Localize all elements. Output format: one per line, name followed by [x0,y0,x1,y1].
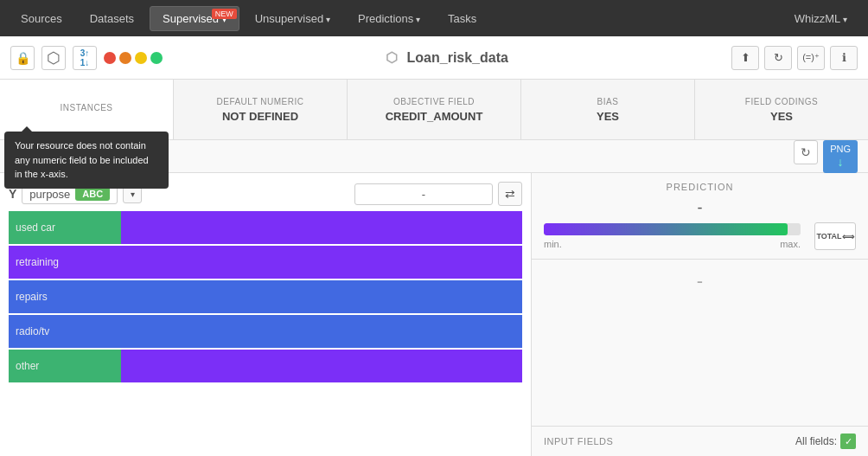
bias-value: YES [597,110,619,123]
field-codings-label: FIELD CODINGS [745,97,818,106]
chart-row-other: other [9,350,522,382]
download-arrow-icon: ↓ [838,155,844,170]
default-numeric-value: NOT DEFINED [222,110,298,123]
all-fields-row: All fields: ✓ [795,434,856,449]
nav-predictions[interactable]: Predictions [346,7,432,30]
all-fields-text: All fields: [795,435,837,447]
x-axis-input[interactable] [354,183,493,205]
nav-unsupervised[interactable]: Unsupervised [243,7,342,30]
total-icon: ⟺ [842,232,854,241]
objective-field-label: OBJECTIVE FIELD [393,97,475,106]
prediction-row: min. max. TOTAL ⟺ [544,222,856,250]
bias-label: BIAS [597,97,619,106]
progress-labels: min. max. [544,239,801,249]
prediction-dash: - [544,199,856,217]
dot-orange [119,52,131,64]
default-numeric-panel: DEFAULT NUMERIC NOT DEFINED [174,80,348,139]
main-content: Y purpose ABC ▾ ⇄ used car retraining [0,173,868,456]
all-fields-checkbox[interactable]: ✓ [840,434,856,449]
right-panel: PREDICTION - min. max. TOTAL ⟺ [531,173,868,456]
nav-user[interactable]: WhizzML [782,7,859,30]
nav-supervised[interactable]: Supervised NEW [150,6,239,31]
prediction-result: - [697,270,703,292]
row-label-radiotv: radio/tv [9,315,121,348]
top-navigation: Sources Datasets Supervised NEW Unsuperv… [0,0,868,36]
nav-tasks[interactable]: Tasks [436,7,488,30]
input-fields-section: INPUT FIELDS All fields: ✓ [532,426,868,456]
toolbar-right-icons: ⬆ ↻ (=)⁺ ℹ [731,46,858,70]
number-badge-icon[interactable]: 3↑1↓ [73,46,97,70]
objective-field-panel: OBJECTIVE FIELD CREDIT_AMOUNT [348,80,521,139]
upload-btn[interactable]: ⬆ [731,46,759,70]
row-label-repairs: repairs [9,280,121,313]
swap-axes-btn[interactable]: ⇄ [498,182,522,206]
row-label-other: other [9,350,121,382]
status-dots [104,52,163,64]
dot-yellow [135,52,147,64]
toolbar-title: ⬡ Loan_risk_data [169,49,724,66]
title-icon: ⬡ [386,50,398,65]
bias-panel: BIAS YES [521,80,695,139]
row-label-used-car: used car [9,211,121,244]
nav-datasets[interactable]: Datasets [78,7,146,30]
y-axis-label: Y [9,187,16,201]
prediction-section: PREDICTION - min. max. TOTAL ⟺ [532,173,868,259]
progress-bar-fill [544,223,788,235]
toolbar: 🔒 ⬡ 3↑1↓ ⬡ Loan_risk_data ⬆ ↻ (=)⁺ ℹ [0,36,868,80]
chart-row-repairs: repairs [9,280,522,313]
dot-green [150,52,163,64]
objective-field-value: CREDIT_AMOUNT [386,110,483,123]
refresh-btn[interactable]: ↻ [764,46,792,70]
png-download-btn[interactable]: PNG ↓ [823,140,858,173]
progress-bar-container [544,223,801,235]
prediction-value-section: - [532,259,868,302]
field-codings-value: YES [770,110,793,123]
chart-area: Y purpose ABC ▾ ⇄ used car retraining [0,173,531,456]
prediction-bar-wrap: min. max. [544,223,801,249]
min-label: min. [544,239,562,249]
chart-rows-container: used car retraining repairs radio/tv oth… [9,211,522,382]
field-codings-panel: FIELD CODINGS YES [695,80,868,139]
info-bar: INSTANCES Your resource does not contain… [0,80,868,140]
info-btn[interactable]: ℹ [830,46,858,70]
instances-label: INSTANCES [61,103,113,112]
formula-btn[interactable]: (=)⁺ [797,46,825,70]
supervised-badge: NEW [212,9,237,19]
input-fields-label: INPUT FIELDS [544,436,613,446]
tooltip: Your resource does not contain any numer… [4,132,169,189]
field-type-badge: ABC [75,187,110,201]
lock-icon[interactable]: 🔒 [10,46,35,70]
instances-panel: INSTANCES Your resource does not contain… [0,80,174,139]
chart-row-retraining: retraining [9,246,522,279]
chart-refresh-btn[interactable]: ↻ [794,140,818,164]
default-numeric-label: DEFAULT NUMERIC [216,97,303,106]
view-right-buttons: ↻ PNG ↓ [794,140,858,173]
prediction-title: PREDICTION [544,182,856,192]
network-icon[interactable]: ⬡ [41,46,66,70]
field-name: purpose [29,188,70,201]
dot-red [104,52,116,64]
chart-row-used-car: used car [9,211,522,244]
chart-row-radiotv: radio/tv [9,315,522,348]
total-button[interactable]: TOTAL ⟺ [814,222,856,250]
nav-sources[interactable]: Sources [9,7,74,30]
max-label: max. [780,239,801,249]
row-label-retraining: retraining [9,246,121,279]
